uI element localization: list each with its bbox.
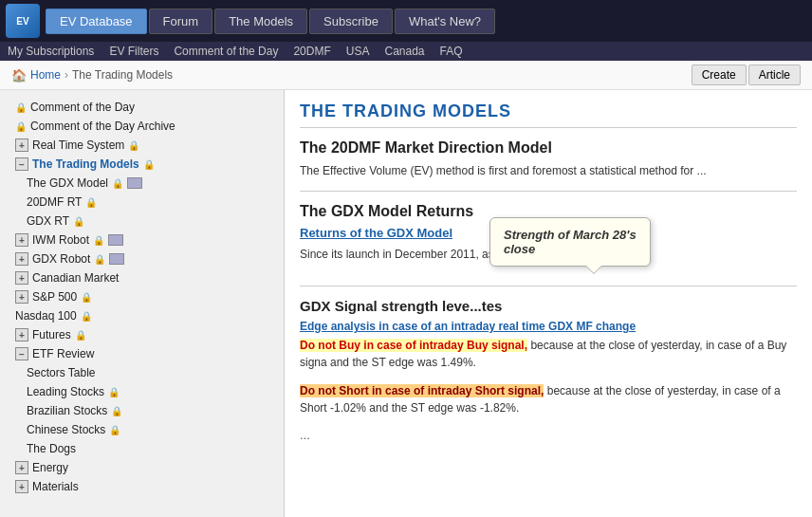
sidebar-item-canadian-market[interactable]: + Canadian Market <box>0 268 284 287</box>
breadcrumb-current: The Trading Models <box>72 68 173 82</box>
line2: Do not Short in case of intraday Short s… <box>300 382 797 416</box>
sidebar-item-nasdaq100[interactable]: Nasdaq 100 🔒 <box>0 306 284 325</box>
nav-comment-of-day[interactable]: Comment of the Day <box>174 45 278 58</box>
sidebar-item-sectors-table[interactable]: Sectors Table <box>0 363 284 382</box>
lock-icon: 🔒 <box>111 406 122 416</box>
nav-canada[interactable]: Canada <box>384 45 424 58</box>
nav-20dmf[interactable]: 20DMF <box>293 45 330 58</box>
nav-ev-database[interactable]: EV Database <box>46 9 147 34</box>
lock-icon: 🔒 <box>81 311 92 322</box>
breadcrumb-home-link[interactable]: Home <box>30 68 61 82</box>
sidebar-item-trading-models[interactable]: − The Trading Models 🔒 <box>0 155 284 174</box>
lock-icon: 🔒 <box>73 216 84 227</box>
nav-forum[interactable]: Forum <box>149 9 213 34</box>
nav-usa[interactable]: USA <box>346 45 370 58</box>
sidebar-item-futures[interactable]: + Futures 🔒 <box>0 325 284 344</box>
secondary-navigation: My Subscriptions EV Filters Comment of t… <box>0 42 812 61</box>
edge-analysis-label: Edge analysis in case of an intraday rea… <box>300 320 797 333</box>
lock-icon: 🔒 <box>108 387 120 397</box>
top-navigation: EV EV Database Forum The Models Subscrib… <box>0 0 812 42</box>
sidebar-item-comment-archive[interactable]: 🔒 Comment of the Day Archive <box>0 117 284 136</box>
section3-title: GDX Signal strength leve...tes <box>300 298 797 314</box>
sidebar-item-gdx-robot[interactable]: + GDX Robot 🔒 <box>0 249 284 268</box>
page-title: THE TRADING MODELS <box>300 102 797 128</box>
sidebar-item-comment-of-day[interactable]: 🔒 Comment of the Day <box>0 98 284 117</box>
collapse-icon[interactable]: − <box>15 157 28 171</box>
site-logo: EV <box>6 4 40 38</box>
expand-icon[interactable]: + <box>15 461 28 474</box>
nav-the-models[interactable]: The Models <box>214 9 307 34</box>
nav-subscribe[interactable]: Subscribe <box>309 9 393 34</box>
sidebar-item-the-dogs[interactable]: The Dogs <box>0 439 284 458</box>
line1: Do not Buy in case of intraday Buy signa… <box>300 337 797 371</box>
expand-icon[interactable]: + <box>15 271 28 285</box>
sidebar-item-brazilian-stocks[interactable]: Brazilian Stocks 🔒 <box>0 401 284 420</box>
main-layout: 🔒 Comment of the Day 🔒 Comment of the Da… <box>0 90 812 517</box>
expand-icon[interactable]: + <box>15 290 28 304</box>
lock-icon: 🔒 <box>85 197 97 208</box>
sidebar-item-chinese-stocks[interactable]: Chinese Stocks 🔒 <box>0 420 284 439</box>
sidebar-item-gdx-model[interactable]: The GDX Model 🔒 <box>0 174 284 193</box>
sidebar-item-materials[interactable]: + Materials <box>0 477 284 496</box>
image-icon <box>109 253 124 265</box>
sidebar: 🔒 Comment of the Day 🔒 Comment of the Da… <box>0 90 285 517</box>
image-icon <box>127 177 142 189</box>
sidebar-item-etf-review[interactable]: − ETF Review <box>0 344 284 363</box>
lock-icon: 🔒 <box>128 140 139 151</box>
lock-icon: 🔒 <box>15 102 27 113</box>
line1-highlight: Do not Buy in case of intraday Buy signa… <box>300 339 527 352</box>
nav-ev-filters[interactable]: EV Filters <box>109 45 158 58</box>
lock-icon: 🔒 <box>94 254 105 265</box>
breadcrumb-separator: › <box>65 68 68 82</box>
sidebar-item-leading-stocks[interactable]: Leading Stocks 🔒 <box>0 382 284 401</box>
home-icon: 🏠 <box>11 68 27 83</box>
collapse-icon[interactable]: − <box>15 347 28 360</box>
article-button[interactable]: Article <box>748 65 801 85</box>
lock-icon: 🔒 <box>81 292 92 303</box>
ellipsis: ... <box>300 428 797 442</box>
lock-icon: 🔒 <box>75 330 86 341</box>
expand-icon[interactable]: + <box>15 252 28 266</box>
section1-description: The Effective Volume (EV) method is firs… <box>300 162 797 179</box>
breadcrumb: 🏠 Home › The Trading Models <box>11 68 173 83</box>
tooltip-wrapper: Since its launch in December 2011, as d … <box>300 246 504 274</box>
expand-icon[interactable]: + <box>15 138 28 152</box>
section2-body: Since its launch in December 2011, as d <box>300 246 504 263</box>
lock-icon: 🔒 <box>109 425 120 435</box>
image-icon <box>108 234 123 246</box>
section-divider <box>300 191 797 192</box>
lock-icon: 🔒 <box>15 121 27 132</box>
lock-icon: 🔒 <box>143 159 155 170</box>
nav-my-subscriptions[interactable]: My Subscriptions <box>8 45 94 58</box>
lock-icon: 🔒 <box>112 178 123 189</box>
main-content: THE TRADING MODELS The 20DMF Market Dire… <box>285 90 812 517</box>
sidebar-item-sp500[interactable]: + S&P 500 🔒 <box>0 287 284 306</box>
section1-title: The 20DMF Market Direction Model <box>300 139 797 157</box>
expand-icon[interactable]: + <box>15 233 28 247</box>
expand-icon[interactable]: + <box>15 328 28 342</box>
lock-icon: 🔒 <box>93 235 104 246</box>
section-divider-2 <box>300 286 797 286</box>
sidebar-item-energy[interactable]: + Energy <box>0 458 284 477</box>
sidebar-item-iwm-robot[interactable]: + IWM Robot 🔒 <box>0 231 284 249</box>
sidebar-item-real-time-system[interactable]: + Real Time System 🔒 <box>0 136 284 155</box>
line2-highlight: Do not Short in case of intraday Short s… <box>300 384 544 397</box>
sidebar-item-gdx-rt[interactable]: GDX RT 🔒 <box>0 212 284 231</box>
sidebar-item-20dmf-rt[interactable]: 20DMF RT 🔒 <box>0 193 284 212</box>
expand-icon[interactable]: + <box>15 480 28 493</box>
nav-whats-new[interactable]: What's New? <box>395 9 495 34</box>
tooltip-bubble: Strength of March 28'sclose <box>489 217 651 267</box>
nav-faq[interactable]: FAQ <box>440 45 463 58</box>
create-button[interactable]: Create <box>692 65 747 85</box>
